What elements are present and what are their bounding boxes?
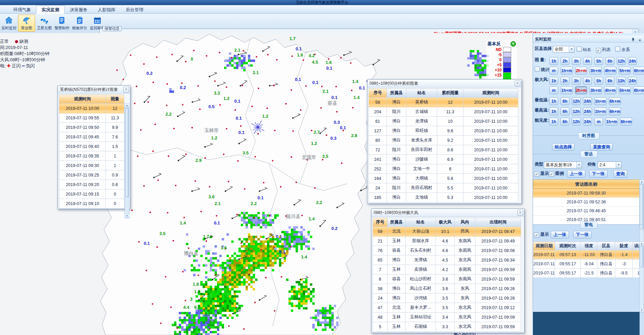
table-row[interactable]: 65博白龙潭镇 4.5东北风2019-07-11 08:34: [373, 255, 521, 265]
table-row[interactable]: 7玉林卖酒镇 4.2东南风2019-07-11 09:59: [373, 265, 521, 274]
wind-stat-button[interactable]: 3h+m: [590, 86, 602, 94]
district-checkbox-item[interactable]: 列表: [596, 47, 612, 52]
radar-prev-button[interactable]: 上一张: [567, 170, 585, 178]
menu-tab-environment[interactable]: 环境气象: [8, 5, 36, 14]
col-header-station[interactable]: 站名: [406, 89, 437, 98]
col-header-county[interactable]: 所属县: [388, 218, 406, 227]
rain-stat-button[interactable]: 4h+m: [604, 67, 616, 74]
table-row[interactable]: 21玉林苏烟水库 4.6东南风2019-07-11 09:49: [373, 236, 521, 246]
wind-period-button[interactable]: 3h: [572, 77, 581, 85]
satellite-cloud-button[interactable]: 卫星云图: [36, 15, 53, 32]
realtime-monitor-button[interactable]: 实时监控: [0, 15, 17, 32]
table-row[interactable]: 72陆川良田车田村 8.62019-07-11 10:00: [369, 145, 518, 155]
wind-period-button[interactable]: 2h: [561, 77, 569, 85]
tmax-period-button[interactable]: 1h: [549, 107, 558, 115]
table-row[interactable]: 61博白龙潭镇 102019-07-11 10:00: [369, 117, 518, 126]
table-row[interactable]: 185博白文地镇 5.32019-07-11 10:00: [369, 193, 518, 202]
col-header-seq[interactable]: 序号: [373, 218, 388, 227]
rain-window-scrollbar[interactable]: ▲ ▼: [125, 103, 129, 218]
wind-period-button[interactable]: 24h: [628, 77, 637, 85]
wind-period-button[interactable]: 4h: [583, 77, 592, 85]
rain-stat-button[interactable]: 5h+m: [619, 67, 631, 74]
tmin-period-button[interactable]: 12h: [572, 97, 581, 105]
menu-tab-decision[interactable]: 决策服务: [65, 5, 93, 14]
menu-tab-backend[interactable]: 后台管理: [121, 5, 148, 14]
table-row[interactable]: 2019-07-11 09:200.6: [59, 180, 124, 189]
wind-stat-button[interactable]: 4h+m: [604, 86, 616, 94]
tmax-period-button[interactable]: 24h: [583, 107, 592, 115]
rain-period-button[interactable]: 12h: [617, 57, 626, 65]
window-title-bar[interactable]: 英桥镇(N5702)逐5分钟累计雨量 ×: [58, 86, 130, 94]
station-select-button[interactable]: 站点选择: [552, 143, 575, 151]
table-row[interactable]: 2019-07-11 09:457.6: [59, 132, 124, 142]
radar-map-button[interactable]: 雷达图: [18, 15, 35, 32]
rain-stat-button[interactable]: 3h+m: [590, 67, 602, 74]
visibility-period-button[interactable]: m: [594, 118, 603, 125]
scroll-down-icon[interactable]: ▼: [125, 214, 129, 218]
scroll-up-icon[interactable]: ▲: [640, 242, 644, 246]
scroll-up-icon[interactable]: ▲: [125, 104, 129, 108]
visibility-period-button[interactable]: 1h: [549, 118, 558, 125]
col-header-value[interactable]: 累积雨量: [437, 89, 464, 98]
col-header-rain[interactable]: 雨量: [106, 95, 124, 104]
rain-stat-button[interactable]: m: [549, 67, 558, 74]
radar-type-dropdown[interactable]: 基本反射率19▼: [544, 162, 582, 168]
table-row[interactable]: 5玉林石南镇 3.3东北风2019-07-11 09:59: [373, 322, 521, 332]
table-row[interactable]: 6容县松山沙田村 3.6东南风2019-07-11 09:59: [373, 274, 521, 284]
table-row[interactable]: 2019-07-11 09:351: [59, 151, 124, 161]
pin-icon[interactable]: [631, 37, 635, 44]
scroll-down-icon[interactable]: ▼: [640, 308, 644, 312]
tmax-period-button[interactable]: 6h+m: [609, 107, 621, 115]
col-header-date[interactable]: 观测日期: [533, 242, 555, 250]
wind-period-button[interactable]: 1h: [549, 77, 558, 85]
wind-period-button[interactable]: 5h: [594, 77, 603, 85]
wind-stat-button[interactable]: 5h+m: [619, 86, 631, 94]
col-header-intensity[interactable]: 强度: [581, 242, 597, 250]
visibility-period-button[interactable]: 6h+m: [620, 118, 632, 125]
rain-period-button[interactable]: 4h: [583, 57, 592, 65]
table-row[interactable]: 2019-07-11 09:150: [59, 189, 124, 199]
close-icon[interactable]: ×: [123, 87, 129, 93]
col-header-seq[interactable]: 序号: [369, 89, 387, 98]
tmin-period-button[interactable]: 6h+m: [609, 97, 621, 105]
chevron-down-icon[interactable]: ▼: [576, 162, 582, 168]
rain-stat-button[interactable]: 6h+m: [633, 67, 644, 74]
menu-tab-weathermod[interactable]: 人影指挥: [93, 5, 121, 14]
col-header-county[interactable]: 所属县: [387, 89, 406, 98]
menu-tab-realtime[interactable]: 实况监测: [36, 5, 65, 14]
station-rain-window[interactable]: 英桥镇(N5702)逐5分钟累计雨量 × 观测时间 雨量 2019-07-11 …: [58, 85, 130, 209]
close-icon[interactable]: ×: [517, 210, 523, 216]
table-row[interactable]: 127博白双旺镇 9.62019-07-11 10:00: [369, 126, 518, 136]
table-row[interactable]: 59北流大容山顶 10.1西风2019-07-11 08:47: [373, 227, 521, 236]
rain-period-button[interactable]: 1h: [549, 57, 558, 65]
district-checkbox-item[interactable]: 水系: [615, 47, 630, 52]
col-header-time[interactable]: 出现时间: [475, 218, 521, 227]
table-row[interactable]: 24陆川良田石垌村 5.52019-07-11 10:00: [369, 183, 518, 193]
col-header-dir[interactable]: 风向: [455, 218, 475, 227]
chevron-down-icon[interactable]: ▼: [569, 46, 574, 52]
close-icon[interactable]: ×: [515, 81, 520, 86]
lightning-show-check[interactable]: 显示: [534, 232, 549, 238]
direct-query-button[interactable]: 直接查询: [590, 143, 613, 151]
window-title-bar[interactable]: 08时~10时00分钟累积雨量 ×: [367, 80, 521, 87]
extreme-wind-window[interactable]: 08时~10时00分钟极大风 × 序号 所属县 站名 极大风 风向 出现时间 5…: [371, 208, 524, 333]
district-checkbox-item[interactable]: 站名: [577, 47, 593, 52]
window-title-bar[interactable]: 08时~10时00分钟极大风 ×: [372, 209, 524, 217]
rain-period-button[interactable]: 6h: [606, 57, 614, 65]
table-row[interactable]: 164博白大垌镇 5.62019-07-11 10:00: [369, 174, 518, 183]
table-row[interactable]: 47北流新丰大罗... 3.5东北风2019-07-11 09:12: [373, 303, 521, 313]
legend-expand-icon[interactable]: +: [511, 41, 516, 47]
radar-list-item[interactable]: 2019-07-11 09:58:30: [533, 189, 640, 198]
lightning-table-scrollbar[interactable]: ▲ ▼: [639, 241, 644, 313]
rain-period-button[interactable]: 5h: [594, 57, 603, 65]
rain-stat-button[interactable]: 2h+m: [575, 67, 587, 74]
radar-next-button[interactable]: 下一张: [589, 170, 608, 178]
table-row[interactable]: 2019-07-11 09:100: [59, 199, 124, 208]
tmax-period-button[interactable]: 6h: [561, 107, 569, 115]
visibility-period-button[interactable]: 24h: [583, 118, 592, 125]
table-row[interactable]: 2019-07-11 09:509.9: [59, 123, 124, 132]
district-dropdown[interactable]: 全部▼: [553, 46, 575, 53]
tmin-period-button[interactable]: 1h+m: [594, 97, 607, 105]
table-row[interactable]: 2019-07-1109:55:17-8.04 博白县-3: [533, 259, 644, 269]
table-row[interactable]: 38博白凤山立石村 3.6东风2019-07-11 09:26: [373, 284, 521, 294]
